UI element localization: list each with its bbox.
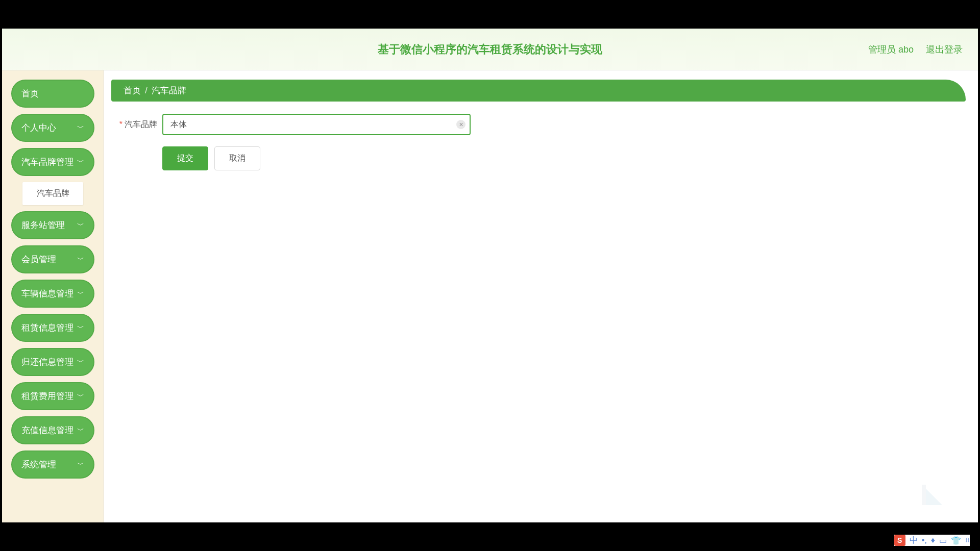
sidebar-item-label: 汽车品牌管理: [21, 156, 74, 168]
sidebar-item-recharge[interactable]: 充值信息管理 ﹀: [11, 416, 94, 444]
sidebar: 首页 个人中心 ﹀ 汽车品牌管理 ﹀ 汽车品牌 服务站管理 ﹀ 会员管理 ﹀: [2, 70, 104, 522]
sidebar-item-label: 租赁信息管理: [21, 322, 74, 334]
ime-toolbox-icon[interactable]: ⌗: [965, 536, 970, 545]
chevron-down-icon: ﹀: [77, 289, 84, 298]
svg-rect-0: [922, 485, 926, 505]
breadcrumb-separator: /: [145, 86, 148, 96]
form-row-brand: *汽车品牌 ✕: [111, 114, 966, 135]
sidebar-item-rental[interactable]: 租赁信息管理 ﹀: [11, 314, 94, 342]
chevron-down-icon: ﹀: [77, 123, 84, 133]
admin-user-link[interactable]: 管理员 abo: [868, 43, 914, 56]
sidebar-item-label: 租赁费用管理: [21, 390, 74, 402]
chevron-down-icon: ﹀: [77, 460, 84, 469]
app-header: 基于微信小程序的汽车租赁系统的设计与实现 管理员 abo 退出登录: [2, 29, 978, 70]
ime-punct-icon[interactable]: •,: [922, 536, 927, 545]
required-star: *: [119, 120, 122, 129]
brand-input[interactable]: [162, 114, 471, 135]
ime-lang-icon[interactable]: 中: [910, 535, 918, 546]
app-title: 基于微信小程序的汽车租赁系统的设计与实现: [378, 42, 602, 57]
chevron-down-icon: ﹀: [77, 255, 84, 264]
form-actions: 提交 取消: [162, 146, 966, 170]
sidebar-item-member[interactable]: 会员管理 ﹀: [11, 245, 94, 273]
chevron-down-icon: ﹀: [77, 158, 84, 167]
ime-logo-icon[interactable]: S: [894, 535, 905, 546]
chevron-down-icon: ﹀: [77, 221, 84, 230]
cancel-button[interactable]: 取消: [214, 146, 260, 170]
ime-keyboard-icon[interactable]: ▭: [939, 536, 947, 545]
sidebar-item-fee[interactable]: 租赁费用管理 ﹀: [11, 382, 94, 410]
breadcrumb-current: 汽车品牌: [152, 85, 186, 96]
ime-voice-icon[interactable]: ♦: [931, 536, 935, 545]
sidebar-item-vehicle[interactable]: 车辆信息管理 ﹀: [11, 280, 94, 308]
ime-toolbar: S 中 •, ♦ ▭ 👕 ⌗: [894, 535, 970, 546]
chevron-down-icon: ﹀: [77, 358, 84, 367]
sidebar-item-brand-mgmt[interactable]: 汽车品牌管理 ﹀: [11, 148, 94, 176]
sidebar-item-label: 归还信息管理: [21, 356, 74, 368]
sidebar-item-label: 首页: [21, 88, 39, 99]
chevron-down-icon: ﹀: [77, 426, 84, 435]
sidebar-item-system[interactable]: 系统管理 ﹀: [11, 450, 94, 479]
breadcrumb: 首页 / 汽车品牌: [111, 80, 966, 102]
clear-icon[interactable]: ✕: [456, 120, 465, 129]
content-area: 首页 / 汽车品牌 *汽车品牌 ✕ 提交 取消: [104, 70, 978, 522]
chevron-down-icon: ﹀: [77, 323, 84, 333]
sidebar-item-label: 充值信息管理: [21, 424, 74, 436]
sidebar-item-label: 系统管理: [21, 459, 56, 470]
sidebar-item-label: 会员管理: [21, 254, 56, 265]
logout-link[interactable]: 退出登录: [926, 43, 963, 56]
sidebar-item-label: 服务站管理: [21, 219, 65, 231]
ime-skin-icon[interactable]: 👕: [951, 536, 961, 545]
sidebar-item-personal[interactable]: 个人中心 ﹀: [11, 114, 94, 142]
submit-button[interactable]: 提交: [162, 146, 208, 170]
brand-input-wrap: ✕: [162, 114, 471, 135]
sidebar-item-label: 车辆信息管理: [21, 288, 74, 299]
brand-label: *汽车品牌: [111, 119, 157, 130]
sidebar-subitem-label: 汽车品牌: [37, 189, 69, 197]
header-actions: 管理员 abo 退出登录: [868, 43, 963, 56]
sidebar-subitem-brand[interactable]: 汽车品牌: [22, 182, 83, 205]
sidebar-item-return[interactable]: 归还信息管理 ﹀: [11, 348, 94, 376]
sidebar-item-station[interactable]: 服务站管理 ﹀: [11, 211, 94, 239]
breadcrumb-home[interactable]: 首页: [124, 85, 141, 96]
sidebar-item-label: 个人中心: [21, 122, 56, 134]
chevron-down-icon: ﹀: [77, 392, 84, 401]
sidebar-item-home[interactable]: 首页: [11, 80, 94, 108]
watermark-icon: [917, 480, 947, 510]
